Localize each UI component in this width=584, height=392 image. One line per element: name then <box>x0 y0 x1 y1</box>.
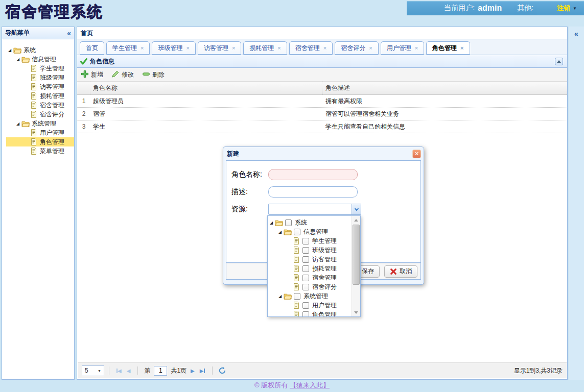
caret-expanded-icon[interactable]: ◢ <box>268 220 275 225</box>
tab-close-icon[interactable]: × <box>323 45 326 51</box>
description-label: 描述: <box>231 187 268 197</box>
role-name-input[interactable] <box>268 169 358 180</box>
caret-expanded-icon[interactable]: ◢ <box>14 121 21 126</box>
footer-link[interactable]: 【猿来入此】 <box>290 381 330 389</box>
tab-close-icon[interactable]: × <box>141 45 144 51</box>
table-row[interactable]: 1超级管理员拥有最高权限 <box>77 95 567 108</box>
tab-宿舍评分[interactable]: 宿舍评分× <box>335 41 378 55</box>
tree-node-用户管理[interactable]: 用户管理 <box>268 301 360 310</box>
tab-首页[interactable]: 首页 <box>80 41 104 55</box>
table-row[interactable]: 3学生学生只能查看自己的相关信息 <box>77 120 567 133</box>
table-row[interactable]: 2宿管宿管可以管理宿舍相关业务 <box>77 108 567 120</box>
tree-node-信息管理[interactable]: ◢信息管理 <box>6 55 74 64</box>
doc-icon <box>30 110 39 118</box>
node-checkbox[interactable] <box>302 275 309 281</box>
dropdown-scrollbar[interactable] <box>352 216 360 316</box>
node-checkbox[interactable] <box>302 284 309 290</box>
combo-arrow-icon[interactable] <box>352 204 361 214</box>
node-checkbox[interactable] <box>302 256 309 263</box>
tab-close-icon[interactable]: × <box>415 45 418 51</box>
prev-page-button[interactable]: ◀ <box>127 368 131 374</box>
tab-角色管理[interactable]: 角色管理× <box>426 41 470 55</box>
dialog-close-icon[interactable]: ✕ <box>412 150 421 158</box>
app-title: 宿舍管理系统 <box>5 2 103 22</box>
tab-用户管理[interactable]: 用户管理× <box>381 41 424 55</box>
next-page-button[interactable]: ▶ <box>191 368 195 374</box>
caret-expanded-icon[interactable]: ◢ <box>276 294 284 299</box>
tree-node-角色管理[interactable]: 角色管理 <box>268 310 360 317</box>
caret-expanded-icon[interactable]: ◢ <box>14 57 21 62</box>
tree-node-损耗管理[interactable]: 损耗管理 <box>6 91 74 101</box>
cross-icon <box>390 268 397 275</box>
tab-close-icon[interactable]: × <box>460 45 463 51</box>
last-page-button[interactable]: ▶ <box>200 368 205 374</box>
node-checkbox[interactable] <box>294 293 300 300</box>
tree-node-班级管理[interactable]: 班级管理 <box>268 246 360 255</box>
scroll-down-icon[interactable] <box>352 308 360 316</box>
dialog-header[interactable]: 新建 ✕ <box>226 147 421 160</box>
新增-button[interactable]: 新增 <box>81 70 103 80</box>
删除-button[interactable]: 删除 <box>142 70 165 80</box>
tab-close-icon[interactable]: × <box>277 45 281 51</box>
tab-close-icon[interactable]: × <box>186 45 189 51</box>
tree-node-系统[interactable]: ◢系统 <box>6 45 74 55</box>
logout-dropdown-icon[interactable]: ▼ <box>573 6 577 11</box>
tree-node-班级管理[interactable]: 班级管理 <box>6 73 74 82</box>
form-row-description: 描述: <box>231 186 358 198</box>
tree-node-角色管理[interactable]: 角色管理 <box>6 137 74 146</box>
sidebar-collapse-icon[interactable]: « <box>67 29 71 37</box>
column-role-name[interactable]: 角色名称 <box>90 82 323 94</box>
tab-strip: 首页学生管理×班级管理×访客管理×损耗管理×宿舍管理×宿舍评分×用户管理×角色管… <box>77 39 567 55</box>
tree-node-访客管理[interactable]: 访客管理 <box>268 255 360 264</box>
修改-button[interactable]: 修改 <box>111 70 134 80</box>
resource-combobox[interactable] <box>268 204 361 215</box>
node-checkbox[interactable] <box>302 247 309 254</box>
tab-访客管理[interactable]: 访客管理× <box>198 41 241 55</box>
tree-node-信息管理[interactable]: ◢信息管理 <box>268 227 360 236</box>
page-size-select[interactable]: 5 ▼ <box>82 365 104 376</box>
tree-node-损耗管理[interactable]: 损耗管理 <box>268 264 360 273</box>
refresh-icon[interactable] <box>218 366 226 375</box>
node-checkbox[interactable] <box>285 219 292 226</box>
tab-label: 班级管理 <box>158 44 182 53</box>
panel-collapse-button[interactable] <box>555 58 563 65</box>
logout-button[interactable]: 注销 <box>557 4 570 13</box>
east-collapse-icon[interactable]: « <box>569 30 584 38</box>
tab-close-icon[interactable]: × <box>369 45 372 51</box>
node-checkbox[interactable] <box>302 265 309 272</box>
tab-宿舍管理[interactable]: 宿舍管理× <box>289 41 333 55</box>
description-input[interactable] <box>268 186 358 198</box>
node-checkbox[interactable] <box>302 311 309 317</box>
tree-node-系统管理[interactable]: ◢系统管理 <box>6 119 74 128</box>
tree-node-访客管理[interactable]: 访客管理 <box>6 82 74 91</box>
tab-班级管理[interactable]: 班级管理× <box>152 41 195 55</box>
tree-node-宿舍评分[interactable]: 宿舍评分 <box>6 110 74 119</box>
table-header: 角色名称 角色描述 <box>77 82 567 95</box>
tree-node-系统[interactable]: ◢系统 <box>268 218 360 227</box>
first-page-button[interactable]: ◀ <box>116 368 122 374</box>
caret-expanded-icon[interactable]: ◢ <box>276 230 284 234</box>
tree-node-用户管理[interactable]: 用户管理 <box>6 128 74 137</box>
caret-expanded-icon[interactable]: ◢ <box>6 48 13 53</box>
tree-node-宿舍管理[interactable]: 宿舍管理 <box>6 101 74 110</box>
cancel-button[interactable]: 取消 <box>384 265 417 278</box>
node-checkbox[interactable] <box>302 238 309 244</box>
tree-node-菜单管理[interactable]: 菜单管理 <box>6 146 74 156</box>
doc-icon <box>292 264 301 273</box>
scroll-up-icon[interactable] <box>352 216 360 224</box>
tree-node-系统管理[interactable]: ◢系统管理 <box>268 291 360 301</box>
tree-node-学生管理[interactable]: 学生管理 <box>6 64 74 73</box>
tab-close-icon[interactable]: × <box>232 45 235 51</box>
page-number-input[interactable] <box>154 366 167 376</box>
column-role-desc[interactable]: 角色描述 <box>323 82 567 94</box>
tree-node-宿舍评分[interactable]: 宿舍评分 <box>268 282 360 291</box>
scrollbar-thumb[interactable] <box>353 225 360 285</box>
tree-node-学生管理[interactable]: 学生管理 <box>268 236 360 246</box>
node-checkbox[interactable] <box>302 302 309 309</box>
tab-损耗管理[interactable]: 损耗管理× <box>243 41 287 55</box>
node-checkbox[interactable] <box>294 229 300 235</box>
tree-node-宿舍管理[interactable]: 宿舍管理 <box>268 273 360 282</box>
tab-学生管理[interactable]: 学生管理× <box>106 41 150 55</box>
doc-icon <box>292 255 301 263</box>
doc-icon <box>292 237 301 245</box>
